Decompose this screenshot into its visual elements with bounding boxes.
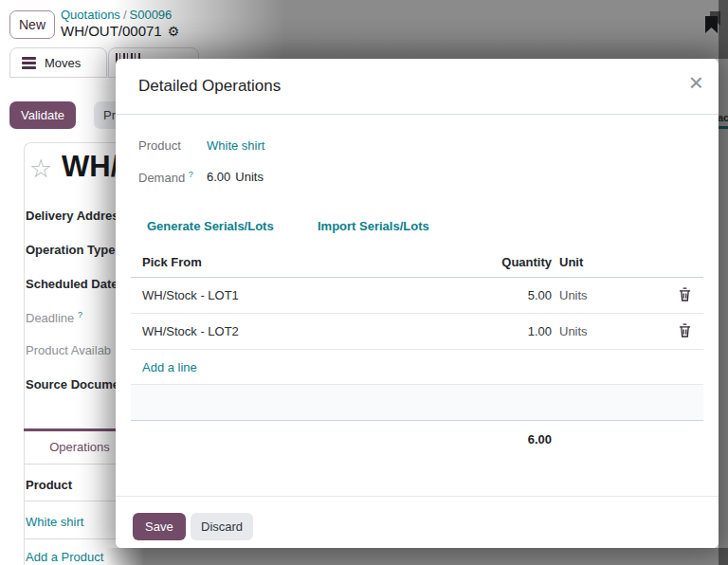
clipped-status-text: ac xyxy=(718,112,728,123)
close-icon[interactable]: × xyxy=(689,68,703,98)
quantity-cell[interactable]: 5.00 xyxy=(483,288,552,302)
product-label: Product xyxy=(138,138,181,153)
delete-row-button[interactable] xyxy=(677,321,693,342)
field-label-product-availability: Product Availab xyxy=(26,343,111,357)
table-header-row: Pick From Quantity Unit xyxy=(131,246,703,278)
trash-icon xyxy=(679,287,691,301)
demand-value: 6.00Units xyxy=(207,170,264,184)
help-icon: ? xyxy=(189,170,193,179)
empty-row[interactable] xyxy=(131,385,703,421)
validate-button[interactable]: Validate xyxy=(9,101,76,129)
demand-label: Demand ? xyxy=(138,170,193,185)
clipped-status-underline xyxy=(718,126,728,129)
add-a-line-link[interactable]: Add a line xyxy=(131,360,703,374)
bookmark-icon[interactable] xyxy=(705,16,718,33)
quantity-cell[interactable]: 1.00 xyxy=(483,324,552,338)
breadcrumb-order[interactable]: S00096 xyxy=(130,8,173,22)
record-name: WH/OUT/00071 xyxy=(61,23,162,39)
total-row: 6.00 xyxy=(131,421,703,447)
breadcrumb-separator: / xyxy=(123,8,127,22)
moves-smart-button[interactable]: Moves xyxy=(9,47,107,78)
modal-backdrop-right xyxy=(719,0,728,565)
dialog-footer: Save Discard xyxy=(116,496,719,548)
table-row[interactable]: WH/Stock - LOT1 5.00 Units xyxy=(131,278,703,314)
trash-icon xyxy=(679,323,691,337)
quantity-header[interactable]: Quantity xyxy=(483,255,552,269)
list-icon xyxy=(22,57,36,69)
unit-cell: Units xyxy=(552,288,665,302)
field-label-deadline: Deadline ? xyxy=(26,310,82,325)
dialog-title: Detailed Operations xyxy=(138,77,281,96)
field-label-source-document: Source Docume xyxy=(26,377,119,392)
favorite-star-icon[interactable]: ☆ xyxy=(29,154,52,184)
field-label-delivery-address: Delivery Addres xyxy=(26,209,119,223)
moves-label: Moves xyxy=(45,56,81,70)
discard-button[interactable]: Discard xyxy=(191,513,253,540)
quantity-total: 6.00 xyxy=(483,432,552,447)
unit-header[interactable]: Unit xyxy=(552,255,665,269)
pick-from-cell[interactable]: WH/Stock - LOT2 xyxy=(131,324,483,338)
record-heading: WH/ xyxy=(62,150,118,184)
detailed-operations-dialog: Detailed Operations × Product White shir… xyxy=(116,59,719,548)
generate-serials-link[interactable]: Generate Serials/Lots xyxy=(147,219,274,233)
pick-from-header[interactable]: Pick From xyxy=(131,255,483,269)
delete-row-button[interactable] xyxy=(677,285,693,306)
breadcrumb-quotations[interactable]: Quotations xyxy=(61,8,120,22)
import-serials-link[interactable]: Import Serials/Lots xyxy=(318,219,429,233)
app-window: New Quotations/S00096 WH/OUT/00071⚙ Move… xyxy=(0,0,728,565)
background-product-link[interactable]: White shirt xyxy=(26,515,83,529)
pick-from-cell[interactable]: WH/Stock - LOT1 xyxy=(131,288,483,302)
add-a-line-row: Add a line xyxy=(131,350,703,385)
new-button[interactable]: New xyxy=(9,10,55,39)
add-a-product-link[interactable]: Add a Product xyxy=(26,550,103,564)
table-row[interactable]: WH/Stock - LOT2 1.00 Units xyxy=(131,314,703,350)
gear-icon[interactable]: ⚙ xyxy=(168,24,180,39)
record-name-line: WH/OUT/00071⚙ xyxy=(61,23,179,39)
field-label-operation-type: Operation Type xyxy=(26,243,115,257)
pick-from-table: Pick From Quantity Unit WH/Stock - LOT1 … xyxy=(131,246,703,447)
unit-cell: Units xyxy=(552,324,665,338)
help-icon: ? xyxy=(78,310,82,319)
breadcrumb: Quotations/S00096 xyxy=(61,8,172,22)
background-product-column-header: Product xyxy=(26,478,72,492)
divider xyxy=(116,114,719,115)
save-button[interactable]: Save xyxy=(133,513,186,540)
field-label-scheduled-date: Scheduled Date xyxy=(26,277,118,291)
product-value-link[interactable]: White shirt xyxy=(207,138,264,153)
